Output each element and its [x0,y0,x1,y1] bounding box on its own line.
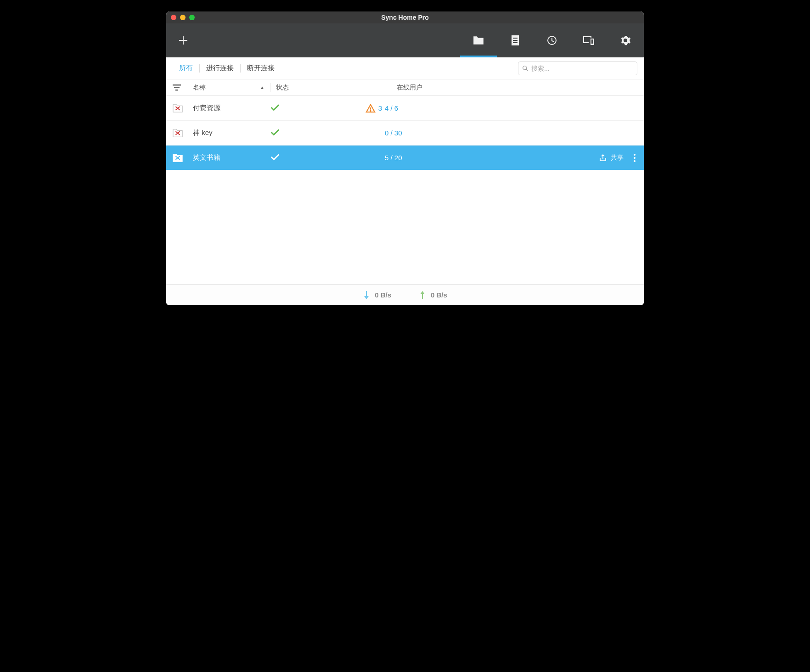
folder-name: 付费资源 [193,104,270,112]
svg-rect-2 [175,90,178,91]
download-speed: 0 B/s [363,291,391,299]
warning-count: 3 [378,104,382,112]
column-headers: 名称 ▲ 状态 在线用户 [166,79,644,96]
header-users-label: 在线用户 [397,84,422,91]
users-online: 5 / 20 [385,154,402,162]
minimize-window-button[interactable] [180,15,186,20]
share-icon [599,154,607,162]
search-input[interactable] [531,65,633,72]
filter-bar: 所有 进行连接 断开连接 [166,57,644,79]
search-icon [522,65,529,72]
upload-speed: 0 B/s [419,291,447,299]
folder-row[interactable]: 英文书籍 5 / 20 共享 [166,146,644,170]
toolbar-tabs [460,23,644,57]
download-arrow-icon [363,291,370,299]
filter-icon [173,84,181,91]
zoom-window-button[interactable] [189,15,195,20]
header-users[interactable]: 在线用户 [397,84,637,92]
upload-speed-value: 0 B/s [431,291,447,299]
warning-icon [366,104,376,113]
users-online: 4 / 6 [385,104,398,112]
more-button[interactable] [632,152,637,164]
svg-rect-1 [174,87,180,88]
folder-disconnected-icon [173,104,183,113]
folder-row[interactable]: 付费资源 3 4 / 6 [166,96,644,121]
separator [391,83,391,92]
check-icon [270,128,280,138]
folder-icon [472,35,484,45]
tab-history[interactable] [534,23,570,57]
plus-icon [178,35,189,46]
list-icon [510,35,520,46]
header-status-label: 状态 [276,84,289,91]
add-folder-button[interactable] [166,23,200,57]
svg-rect-0 [173,84,181,86]
titlebar: Sync Home Pro [166,11,644,23]
folder-name: 英文书籍 [193,153,270,162]
dot-icon [634,157,636,159]
dot-icon [634,160,636,162]
search-field[interactable] [518,62,637,75]
upload-arrow-icon [419,291,426,299]
folder-disconnected-icon [173,153,183,162]
check-icon [270,103,280,113]
header-status[interactable]: 状态 [276,84,391,92]
svg-point-5 [370,110,371,111]
tab-devices[interactable] [570,23,607,57]
clock-icon [546,35,557,46]
users-online: 0 / 30 [385,129,402,137]
close-window-button[interactable] [171,15,176,20]
header-name[interactable]: 名称 ▲ [193,84,270,92]
app-window: Sync Home Pro 所有 [166,11,644,305]
filter-disconnected[interactable]: 断开连接 [241,57,281,79]
filter-connecting[interactable]: 进行连接 [200,57,240,79]
window-title: Sync Home Pro [166,14,644,21]
traffic-lights [166,15,195,20]
folder-rows: 付费资源 3 4 / 6 神 key [166,96,644,284]
filter-icon-header[interactable] [173,84,193,91]
gear-icon [620,35,631,46]
header-name-label: 名称 [193,84,206,92]
share-label: 共享 [611,154,624,162]
sort-asc-icon: ▲ [260,85,264,90]
status-bar: 0 B/s 0 B/s [166,284,644,305]
dot-icon [634,154,636,156]
folder-disconnected-icon [173,129,183,138]
separator [270,83,270,92]
folder-row[interactable]: 神 key 0 / 30 [166,121,644,146]
share-button[interactable]: 共享 [599,154,624,162]
download-speed-value: 0 B/s [375,291,391,299]
toolbar [166,23,644,57]
tab-settings[interactable] [607,23,644,57]
devices-icon [583,35,595,45]
tab-list[interactable] [497,23,534,57]
check-icon [270,153,280,162]
filter-all[interactable]: 所有 [173,57,199,79]
tab-folders[interactable] [460,23,497,57]
folder-name: 神 key [193,129,270,137]
